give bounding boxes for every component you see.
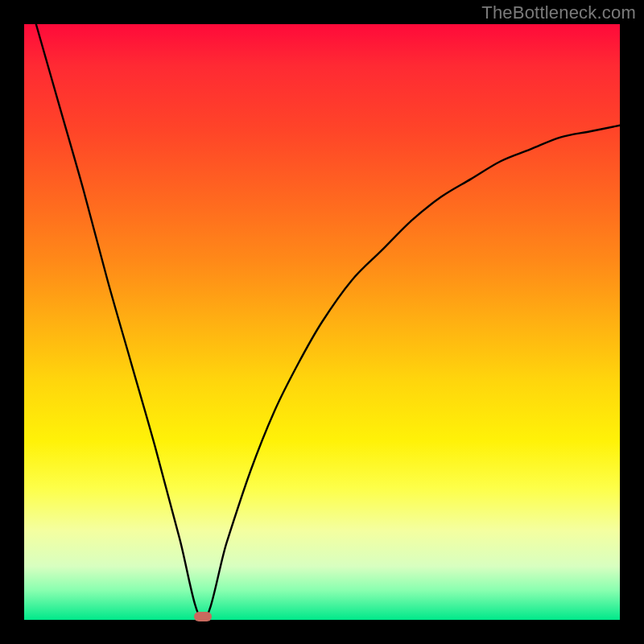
watermark-text: TheBottleneck.com: [481, 2, 636, 23]
plot-area: [24, 24, 620, 620]
bottleneck-curve: [24, 24, 620, 620]
bottleneck-marker-icon: [194, 612, 212, 621]
chart-frame: TheBottleneck.com: [0, 0, 644, 644]
